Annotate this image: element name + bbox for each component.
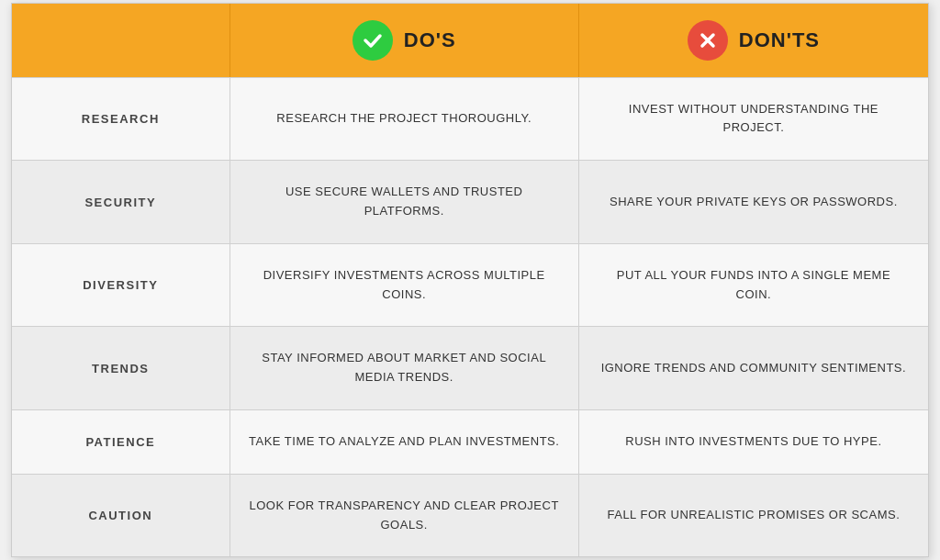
table-row: CAUTION LOOK FOR TRANSPARENCY AND CLEAR … (12, 474, 928, 557)
table-row: SECURITY USE SECURE WALLETS AND TRUSTED … (12, 160, 928, 243)
row-category: SECURITY (12, 161, 230, 243)
row-dont: INVEST WITHOUT UNDERSTANDING THE PROJECT… (579, 78, 928, 161)
row-do: DIVERSIFY INVESTMENTS ACROSS MULTIPLE CO… (230, 244, 579, 327)
row-do: LOOK FOR TRANSPARENCY AND CLEAR PROJECT … (230, 475, 579, 557)
row-do: RESEARCH THE PROJECT THOROUGHLY. (230, 78, 579, 161)
table-row: PATIENCE TAKE TIME TO ANALYZE AND PLAN I… (12, 409, 928, 474)
row-category: DIVERSITY (12, 244, 230, 327)
table-header: DO'S DON'TS (12, 4, 928, 77)
header-empty (12, 4, 230, 77)
row-do: USE SECURE WALLETS AND TRUSTED PLATFORMS… (230, 161, 579, 243)
check-icon (352, 20, 393, 61)
row-category: PATIENCE (12, 410, 230, 474)
dos-donts-table: DO'S DON'TS RESEARCH RESEARCH THE PROJEC… (11, 3, 929, 558)
row-dont: SHARE YOUR PRIVATE KEYS OR PASSWORDS. (579, 161, 928, 243)
row-dont: PUT ALL YOUR FUNDS INTO A SINGLE MEME CO… (579, 244, 928, 327)
row-do: STAY INFORMED ABOUT MARKET AND SOCIAL ME… (230, 327, 579, 409)
table-row: TRENDS STAY INFORMED ABOUT MARKET AND SO… (12, 326, 928, 409)
row-dont: IGNORE TRENDS AND COMMUNITY SENTIMENTS. (579, 327, 928, 409)
donts-label: DON'TS (739, 28, 820, 52)
table-row: RESEARCH RESEARCH THE PROJECT THOROUGHLY… (12, 77, 928, 161)
row-dont: RUSH INTO INVESTMENTS DUE TO HYPE. (579, 410, 928, 474)
table-body: RESEARCH RESEARCH THE PROJECT THOROUGHLY… (12, 77, 928, 557)
dos-label: DO'S (404, 28, 456, 52)
row-do: TAKE TIME TO ANALYZE AND PLAN INVESTMENT… (230, 410, 579, 474)
header-dos: DO'S (230, 4, 579, 77)
table-row: DIVERSITY DIVERSIFY INVESTMENTS ACROSS M… (12, 243, 928, 327)
header-donts: DON'TS (579, 4, 928, 77)
row-category: RESEARCH (12, 78, 230, 161)
row-category: CAUTION (12, 475, 230, 557)
row-category: TRENDS (12, 327, 230, 409)
x-icon (688, 20, 728, 61)
row-dont: FALL FOR UNREALISTIC PROMISES OR SCAMS. (579, 475, 928, 557)
